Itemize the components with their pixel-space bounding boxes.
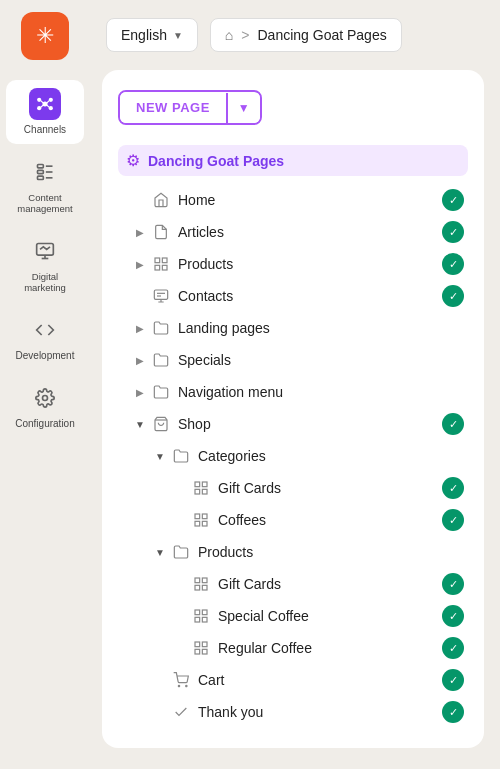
navigation-menu-label: Navigation menu (178, 384, 464, 400)
page-tree: ⚙ Dancing Goat Pages Home ✓ (118, 145, 468, 728)
tree-root[interactable]: ⚙ Dancing Goat Pages (118, 145, 468, 176)
landing-pages-icon (150, 317, 172, 339)
specials-toggle[interactable]: ▶ (130, 350, 150, 370)
coffees-check-icon: ✓ (442, 509, 464, 531)
categories-icon (170, 445, 192, 467)
tree-item-cart[interactable]: Cart ✓ (118, 664, 468, 696)
special-coffee-label: Special Coffee (218, 608, 442, 624)
svg-line-6 (47, 101, 50, 104)
pages-card: NEW PAGE ▼ ⚙ Dancing Goat Pages (102, 70, 484, 748)
svg-rect-44 (195, 649, 200, 654)
sidebar-item-digital-marketing[interactable]: Digitalmarketing (6, 227, 84, 302)
contacts-icon (150, 285, 172, 307)
tree-item-coffees[interactable]: Coffees ✓ (118, 504, 468, 536)
content-management-icon (29, 156, 61, 188)
tree-item-articles[interactable]: ▶ Articles ✓ (118, 216, 468, 248)
tree-item-specials[interactable]: ▶ Specials (118, 344, 468, 376)
categories-toggle[interactable]: ▼ (150, 446, 170, 466)
products-icon (150, 253, 172, 275)
home-label: Home (178, 192, 442, 208)
coffees-label: Coffees (218, 512, 442, 528)
special-coffee-check-icon: ✓ (442, 605, 464, 627)
tree-item-products[interactable]: ▶ Products ✓ (118, 248, 468, 280)
new-page-dropdown-icon[interactable]: ▼ (226, 93, 260, 123)
products-shop-icon (170, 541, 192, 563)
cart-icon (170, 669, 192, 691)
thank-you-check-icon: ✓ (442, 701, 464, 723)
svg-rect-21 (162, 265, 167, 270)
gift-cards-2-icon (190, 573, 212, 595)
sidebar-item-configuration[interactable]: Configuration (6, 374, 84, 438)
thank-you-icon (170, 701, 192, 723)
svg-rect-41 (202, 617, 207, 622)
gift-cards-1-icon (190, 477, 212, 499)
tree-item-navigation-menu[interactable]: ▶ Navigation menu (118, 376, 468, 408)
contacts-check-icon: ✓ (442, 285, 464, 307)
digital-marketing-icon (29, 235, 61, 267)
tree-item-landing-pages[interactable]: ▶ Landing pages (118, 312, 468, 344)
tree-item-products-shop[interactable]: ▼ Products (118, 536, 468, 568)
tree-root-label: Dancing Goat Pages (148, 153, 284, 169)
tree-item-contacts[interactable]: Contacts ✓ (118, 280, 468, 312)
main-area: English ▼ ⌂ > Dancing Goat Pages NEW PAG… (90, 0, 500, 769)
svg-rect-22 (154, 290, 167, 299)
svg-rect-38 (195, 610, 200, 615)
products-check-icon: ✓ (442, 253, 464, 275)
svg-rect-43 (202, 642, 207, 647)
gift-cards-2-label: Gift Cards (218, 576, 442, 592)
svg-line-8 (47, 105, 50, 108)
sidebar-item-content-management-label: Contentmanagement (17, 192, 72, 215)
development-icon (29, 314, 61, 346)
configuration-icon (29, 382, 61, 414)
svg-rect-40 (195, 617, 200, 622)
sidebar-item-configuration-label: Configuration (15, 418, 74, 430)
tree-item-categories[interactable]: ▼ Categories (118, 440, 468, 472)
language-selector[interactable]: English ▼ (106, 18, 198, 52)
articles-check-icon: ✓ (442, 221, 464, 243)
breadcrumb: ⌂ > Dancing Goat Pages (210, 18, 402, 52)
svg-rect-34 (195, 578, 200, 583)
cart-label: Cart (198, 672, 442, 688)
shop-icon (150, 413, 172, 435)
products-label: Products (178, 256, 442, 272)
svg-rect-26 (195, 482, 200, 487)
breadcrumb-page-label: Dancing Goat Pages (257, 27, 386, 43)
svg-rect-29 (202, 489, 207, 494)
tree-item-thank-you[interactable]: Thank you ✓ (118, 696, 468, 728)
gift-cards-1-label: Gift Cards (218, 480, 442, 496)
tree-item-special-coffee[interactable]: Special Coffee ✓ (118, 600, 468, 632)
new-page-label: NEW PAGE (120, 92, 226, 123)
sidebar-item-development-label: Development (16, 350, 75, 362)
svg-rect-18 (155, 258, 160, 263)
tree-item-gift-cards-2[interactable]: Gift Cards ✓ (118, 568, 468, 600)
navigation-menu-toggle[interactable]: ▶ (130, 382, 150, 402)
articles-toggle[interactable]: ▶ (130, 222, 150, 242)
tree-item-shop[interactable]: ▼ Shop ✓ (118, 408, 468, 440)
sidebar-item-content-management[interactable]: Contentmanagement (6, 148, 84, 223)
regular-coffee-check-icon: ✓ (442, 637, 464, 659)
sidebar-item-channels[interactable]: Channels (6, 80, 84, 144)
shop-toggle[interactable]: ▼ (130, 414, 150, 434)
products-shop-toggle[interactable]: ▼ (150, 542, 170, 562)
specials-icon (150, 349, 172, 371)
sidebar-item-development[interactable]: Development (6, 306, 84, 370)
language-label: English (121, 27, 167, 43)
new-page-row: NEW PAGE ▼ (118, 90, 468, 125)
breadcrumb-separator: > (241, 27, 249, 43)
new-page-button[interactable]: NEW PAGE ▼ (118, 90, 262, 125)
products-toggle[interactable]: ▶ (130, 254, 150, 274)
svg-rect-31 (202, 514, 207, 519)
sidebar-item-digital-marketing-label: Digitalmarketing (24, 271, 66, 294)
landing-pages-toggle[interactable]: ▶ (130, 318, 150, 338)
articles-icon (150, 221, 172, 243)
tree-item-home[interactable]: Home ✓ (118, 184, 468, 216)
svg-rect-32 (195, 521, 200, 526)
tree-item-gift-cards-1[interactable]: Gift Cards ✓ (118, 472, 468, 504)
home-icon[interactable]: ⌂ (225, 27, 233, 43)
cart-check-icon: ✓ (442, 669, 464, 691)
logo-button[interactable]: ✳ (21, 12, 69, 60)
categories-label: Categories (198, 448, 464, 464)
tree-item-regular-coffee[interactable]: Regular Coffee ✓ (118, 632, 468, 664)
svg-rect-15 (37, 243, 54, 255)
shop-label: Shop (178, 416, 442, 432)
